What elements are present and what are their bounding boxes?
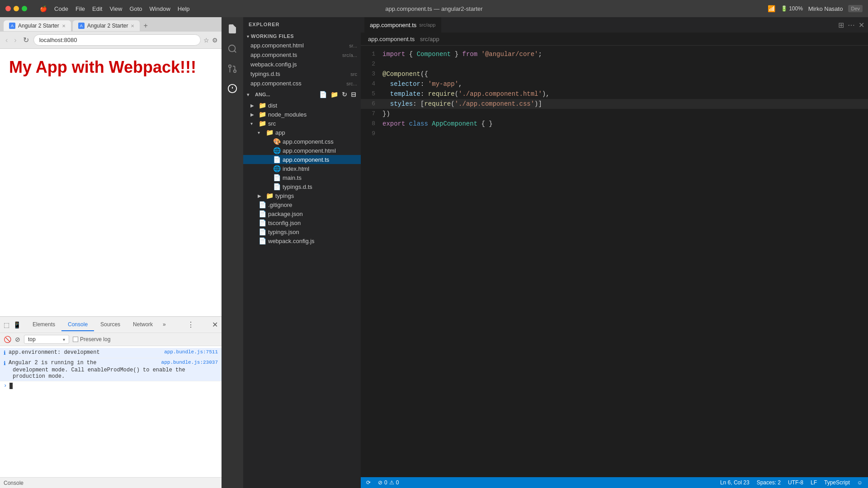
explorer-section-header[interactable]: ▾ ANG... 📄 📁 ↻ ⊟ [243,88,361,101]
svg-line-1 [234,51,236,52]
line-num-7: 7 [361,109,382,119]
tree-item-package-json[interactable]: 📄 package.json [243,209,361,218]
clear-console-icon[interactable]: 🚫 [4,336,11,343]
activity-search-icon[interactable] [224,41,241,57]
reload-button[interactable]: ↻ [21,35,31,45]
star-icon[interactable]: ☆ [203,37,209,44]
menu-help[interactable]: Help [178,5,190,12]
activity-explorer-icon[interactable] [224,80,241,97]
tree-item-node-modules[interactable]: ▶ 📁 node_modules [243,110,361,119]
webpage-content: My App with Webpack!!! [0,49,222,316]
tab-elements[interactable]: Elements [26,319,61,331]
working-file-2[interactable]: app.component.ts src/a... [243,50,361,60]
console-filter[interactable]: top ▾ [24,335,69,344]
working-file-4[interactable]: typings.d.ts src [243,69,361,79]
new-file-icon[interactable]: 📄 [318,90,328,99]
devtools-close-button[interactable]: ⋮ [187,320,194,329]
new-tab-button[interactable]: + [142,20,149,32]
close-button[interactable] [5,6,11,11]
browser-tab-2[interactable]: A Angular 2 Starter ✕ [73,20,140,31]
status-encoding[interactable]: UTF-8 [788,479,803,486]
status-line-col[interactable]: Ln 6, Col 23 [720,479,750,486]
filter-icon[interactable]: ⊘ [15,336,20,343]
filter-dropdown-icon[interactable]: ▾ [63,337,65,342]
working-file-3[interactable]: webpack.config.js [243,60,361,69]
tree-item-app-css[interactable]: 🎨 app.component.css [243,137,361,146]
tree-item-index-html[interactable]: 🌐 index.html [243,164,361,173]
menu-window[interactable]: Window [150,5,170,12]
device-icon[interactable]: 📱 [13,321,21,328]
tree-item-main-ts[interactable]: 📄 main.ts [243,173,361,182]
tab-console[interactable]: Console [61,319,94,331]
tree-item-typings-dts[interactable]: 📄 typings.d.ts [243,182,361,191]
extensions-icon[interactable]: ⚙ [212,37,218,44]
tsconfig-json-icon: 📄 [259,219,266,226]
devtools-close-x[interactable]: ✕ [212,320,218,329]
console-input-line[interactable]: › [0,381,222,390]
status-errors[interactable]: ⊘ 0 ⚠ 0 [378,479,399,486]
warning-count-value: 0 [396,479,399,486]
inspect-element-icon[interactable]: ⬚ [4,321,9,328]
menu-code[interactable]: Code [54,5,68,12]
menu-edit[interactable]: Edit [92,5,102,12]
sync-icon: ⟳ [366,479,371,486]
app-label: app [275,129,285,136]
typings-dts-label: typings.d.ts [283,183,312,190]
line-content-8: export class AppComponent { } [382,119,861,129]
editor-tab-name: app.component.ts [370,22,416,28]
status-smiley[interactable]: ☺ [857,479,863,486]
menu-goto[interactable]: Goto [129,5,142,12]
console-link-2[interactable]: app.bundle.js:23037 [161,360,218,365]
editor-tab-active[interactable]: app.component.ts src/app [364,17,441,33]
new-folder-icon[interactable]: 📁 [330,90,339,99]
tree-item-webpack-config[interactable]: 📄 webpack.config.js [243,236,361,245]
menu-apple[interactable]: 🍎 [40,5,47,12]
back-button[interactable]: ‹ [4,35,9,45]
working-files-header[interactable]: ▾ Working Files [243,32,361,41]
activity-files-icon[interactable] [224,21,241,37]
status-sync[interactable]: ⟳ [366,479,371,486]
address-bar[interactable]: localhost:8080 [33,34,201,46]
app-html-label: app.component.html [283,147,336,154]
status-line-ending[interactable]: LF [811,479,817,486]
fullscreen-button[interactable] [22,6,27,11]
tab-network[interactable]: Network [127,319,159,331]
node-modules-label: node_modules [268,111,307,118]
activity-git-icon[interactable] [224,61,241,77]
tree-item-src[interactable]: ▾ 📁 src [243,119,361,128]
tree-item-app[interactable]: ▾ 📁 app [243,128,361,137]
close-editor-icon[interactable]: ✕ [859,21,864,29]
devtools-more-tabs[interactable]: » [159,319,170,331]
preserve-log-checkbox[interactable]: Preserve log [73,336,110,343]
devtools-console-toolbar: 🚫 ⊘ top ▾ Preserve log [0,333,222,346]
tab-sources[interactable]: Sources [94,319,127,331]
warning-icon: ⚠ [389,479,394,486]
line-content-4: selector: 'my-app', [382,79,861,89]
status-language[interactable]: TypeScript [824,479,850,486]
split-editor-icon[interactable]: ⊞ [838,21,844,29]
tree-item-gitignore[interactable]: 📄 .gitignore [243,200,361,209]
collapse-icon[interactable]: ⊟ [350,90,357,99]
more-actions-icon[interactable]: ⋯ [848,21,855,29]
minimize-button[interactable] [14,6,19,11]
tree-item-dist[interactable]: ▶ 📁 dist [243,101,361,110]
tree-item-typings-json[interactable]: 📄 typings.json [243,227,361,236]
working-file-1[interactable]: app.component.html sr... [243,41,361,50]
refresh-icon[interactable]: ↻ [341,90,348,99]
tree-item-tsconfig-json[interactable]: 📄 tsconfig.json [243,218,361,227]
working-file-5[interactable]: app.component.css src... [243,79,361,88]
console-link-1[interactable]: app.bundle.js:7511 [164,349,218,355]
tree-item-app-html[interactable]: 🌐 app.component.html [243,146,361,155]
menu-view[interactable]: View [109,5,122,12]
tab-close-2[interactable]: ✕ [131,23,134,28]
tree-item-app-ts[interactable]: 📄 app.component.ts [243,155,361,164]
forward-button[interactable]: › [12,35,18,45]
editor-content[interactable]: 1 import { Component } from '@angular/co… [361,46,868,477]
preserve-log-check[interactable] [73,337,78,342]
tab-close-1[interactable]: ✕ [62,23,66,28]
status-spaces[interactable]: Spaces: 2 [757,479,781,486]
tree-item-typings[interactable]: ▶ 📁 typings [243,191,361,200]
traffic-lights[interactable] [5,6,27,11]
browser-tab-1[interactable]: A Angular 2 Starter ✕ [4,20,71,31]
menu-file[interactable]: File [75,5,85,12]
